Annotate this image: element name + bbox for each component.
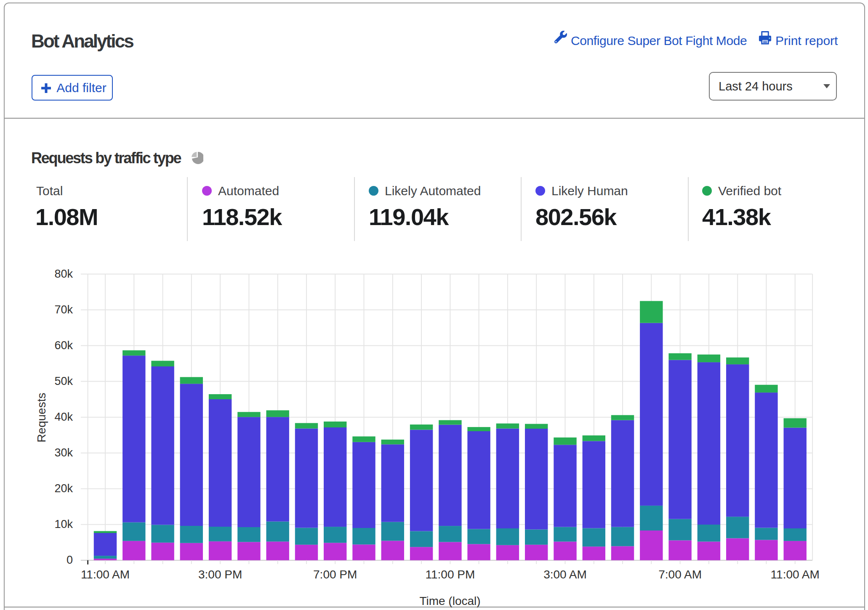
svg-text:80k: 80k — [54, 268, 73, 280]
svg-text:3:00 PM: 3:00 PM — [198, 568, 242, 581]
svg-text:20k: 20k — [54, 482, 73, 495]
svg-text:7:00 PM: 7:00 PM — [313, 568, 357, 581]
svg-text:0: 0 — [67, 554, 73, 566]
svg-text:Time (local): Time (local) — [419, 594, 480, 607]
svg-text:10k: 10k — [54, 518, 73, 530]
svg-text:7:00 AM: 7:00 AM — [658, 568, 702, 581]
svg-text:11:00 PM: 11:00 PM — [426, 568, 475, 581]
svg-text:11:00 AM: 11:00 AM — [81, 568, 130, 581]
svg-text:40k: 40k — [54, 411, 73, 423]
svg-text:60k: 60k — [54, 339, 73, 352]
svg-text:70k: 70k — [54, 303, 73, 316]
svg-text:50k: 50k — [54, 375, 73, 387]
svg-text:11:00 AM: 11:00 AM — [771, 568, 820, 581]
svg-text:Requests: Requests — [35, 393, 48, 443]
svg-text:3:00 AM: 3:00 AM — [543, 568, 587, 581]
svg-text:30k: 30k — [54, 446, 73, 459]
